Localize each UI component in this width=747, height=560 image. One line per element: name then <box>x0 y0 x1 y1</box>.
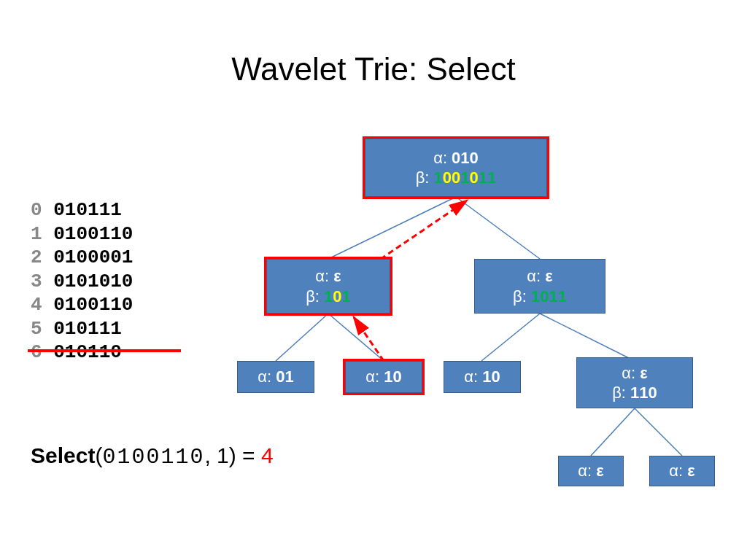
trie-leaf-node: α: ε <box>649 456 715 486</box>
svg-line-1 <box>456 197 540 259</box>
svg-line-0 <box>328 197 456 259</box>
wavelet-trie-diagram: α: 010 β: 1001011 α: ε β: 101 α: ε β: 10… <box>0 0 747 560</box>
svg-line-6 <box>591 408 635 456</box>
trie-node-right: α: ε β: 1011 <box>474 259 605 314</box>
trie-node-rr: α: ε β: 110 <box>576 357 693 408</box>
beta-bits: 101 <box>324 287 351 306</box>
beta-bits: 1001011 <box>434 168 497 187</box>
svg-line-2 <box>276 314 328 361</box>
trie-root-node: α: 010 β: 1001011 <box>365 139 547 197</box>
svg-line-8 <box>354 317 384 361</box>
trie-leaf-node: α: 01 <box>237 361 314 393</box>
svg-line-7 <box>635 408 682 456</box>
trie-node-left: α: ε β: 101 <box>266 259 390 314</box>
trie-leaf-node: α: 10 <box>345 361 422 393</box>
svg-line-4 <box>481 314 540 361</box>
trie-leaf-node: α: 10 <box>444 361 521 393</box>
svg-line-5 <box>540 314 635 361</box>
svg-line-3 <box>328 314 384 361</box>
beta-bits: 1011 <box>531 287 567 306</box>
trie-leaf-node: α: ε <box>558 456 624 486</box>
